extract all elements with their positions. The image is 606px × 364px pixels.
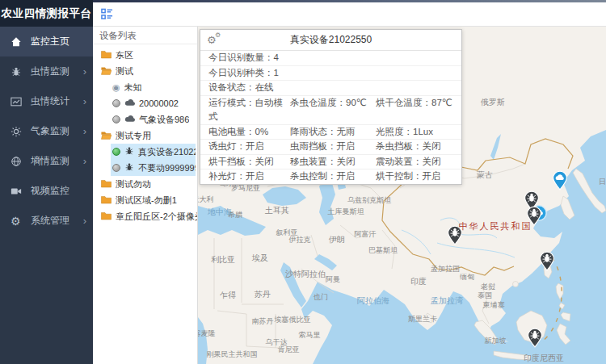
chart-icon xyxy=(11,96,23,107)
globe-icon xyxy=(11,156,23,167)
sidebar-item-label: 气象监测 xyxy=(31,124,69,138)
popup-stat-row: 运行模式：自动模式 杀虫仓温度：90℃ 烘干仓温度：87℃ xyxy=(200,96,461,125)
sidebar: 农业四情测报平台 监控主页 虫情监测 › 虫情统计 › 气象监测 xyxy=(0,0,93,364)
device-info-popup: ⚙ ⚙ 真实设备21022550 今日识别数量：4 今日识别种类：1 设备状态：… xyxy=(200,29,462,185)
offline-status-dot xyxy=(112,115,120,123)
sidebar-item-soil-monitor[interactable]: 墒情监测 › xyxy=(0,146,93,176)
sidebar-item-label: 虫情监测 xyxy=(31,65,69,78)
insect-device-pin[interactable] xyxy=(528,328,543,351)
chevron-right-icon: › xyxy=(83,215,86,227)
sidebar-item-label: 虫情统计 xyxy=(31,94,69,108)
home-icon xyxy=(11,36,23,48)
sidebar-item-label: 监控主页 xyxy=(31,35,69,48)
app-title: 农业四情测报平台 xyxy=(0,0,93,27)
collapse-panel-icon[interactable] xyxy=(101,8,113,20)
device-list-title: 设备列表 xyxy=(93,27,197,44)
tree-item-test-no-move[interactable]: 测试勿动 xyxy=(93,176,197,192)
gear-icon: ⚙ xyxy=(11,215,23,227)
chevron-right-icon: › xyxy=(83,65,86,77)
bug-device-icon xyxy=(124,146,134,157)
popup-stat-row: 补光灯：开启 杀虫控制：开启 烘干控制：开启 xyxy=(200,169,461,184)
video-camera-icon xyxy=(11,186,23,197)
sidebar-item-monitor-home[interactable]: 监控主页 xyxy=(0,27,93,56)
folder-open-icon xyxy=(101,131,112,141)
bug-device-icon xyxy=(124,162,134,174)
sidebar-item-weather-monitor[interactable]: 气象监测 › xyxy=(0,116,93,146)
tree-item-east-area[interactable]: 东区 xyxy=(93,47,197,63)
map-canvas[interactable]: 俄罗斯蒙古哈萨克斯坦乌克兰捷克匈牙利罗马尼亚意大利希腊土耳其乌兹别克斯坦土库曼斯… xyxy=(198,27,606,364)
tree-item-test-special[interactable]: 测试专用 xyxy=(93,128,197,144)
sidebar-item-system-manage[interactable]: ⚙ 系统管理 › xyxy=(0,206,93,236)
folder-icon xyxy=(101,195,112,206)
sun-icon xyxy=(11,126,23,137)
cloud-device-icon xyxy=(124,98,135,108)
popup-header: ⚙ ⚙ 真实设备21022550 xyxy=(200,30,461,51)
popup-title: 真实设备21022550 xyxy=(225,33,437,47)
sidebar-item-video-monitor[interactable]: 视频监控 xyxy=(0,176,93,206)
chevron-right-icon: › xyxy=(83,155,86,167)
folder-icon xyxy=(101,50,112,61)
tree-item-test[interactable]: 测试 xyxy=(93,63,197,79)
tree-item-real-device-21022550[interactable]: 真实设备21022550 xyxy=(111,144,196,160)
sidebar-item-insect-monitor[interactable]: 虫情监测 › xyxy=(0,56,93,86)
tree-item-weather-986[interactable]: 气象设备986 xyxy=(93,111,197,128)
tree-item-20000002[interactable]: 20000002 xyxy=(93,95,197,111)
insect-device-pin[interactable] xyxy=(540,251,555,274)
cloud-device-icon xyxy=(124,115,135,124)
weather-device-pin[interactable] xyxy=(553,170,568,194)
offline-status-dot xyxy=(112,164,120,172)
folder-open-icon xyxy=(101,66,112,77)
insect-device-pin[interactable] xyxy=(527,206,542,229)
toolbar xyxy=(93,2,606,27)
tree-item-zhangqiu-cameras[interactable]: 章丘阳丘区-2个摄像头 xyxy=(93,208,197,224)
tree-item-dont-touch-99999999[interactable]: 不要动99999999 xyxy=(111,160,196,176)
folder-icon xyxy=(101,211,112,222)
chevron-right-icon: › xyxy=(83,95,86,107)
sidebar-item-insect-stats[interactable]: 虫情统计 › xyxy=(0,86,93,116)
folder-icon xyxy=(101,179,112,190)
bug-icon xyxy=(11,66,23,77)
offline-status-dot xyxy=(112,99,120,107)
today-count-row: 今日识别数量：4 xyxy=(200,51,461,66)
today-species-row: 今日识别种类：1 xyxy=(200,66,461,82)
popup-stat-row: 诱虫灯：开启 虫雨挡板：开启 杀虫挡板：关闭 xyxy=(200,140,461,155)
sidebar-item-label: 视频监控 xyxy=(31,184,69,198)
radio-target-icon: ◉ xyxy=(112,83,120,92)
device-tree: 东区 测试 ◉ 未知 20000002 xyxy=(93,44,197,224)
insect-device-pin[interactable] xyxy=(448,225,463,249)
popup-stat-row: 烘干挡板：关闭 移虫装置：关闭 震动装置：关闭 xyxy=(200,155,461,170)
sidebar-item-label: 墒情监测 xyxy=(31,154,69,168)
online-status-dot xyxy=(112,148,120,156)
tree-item-test-region[interactable]: 测试区域-勿删1 xyxy=(93,192,197,208)
tree-item-unknown[interactable]: ◉ 未知 xyxy=(93,79,197,95)
sidebar-item-label: 系统管理 xyxy=(31,214,69,228)
device-status-row: 设备状态：在线 xyxy=(200,81,461,96)
app-window: 农业四情测报平台 监控主页 虫情监测 › 虫情统计 › 气象监测 xyxy=(0,0,606,364)
settings-gears-icon[interactable]: ⚙ ⚙ xyxy=(207,35,225,45)
chevron-right-icon: › xyxy=(83,125,86,137)
popup-stat-row: 电池电量：0% 降雨状态：无雨 光照度：1Lux xyxy=(200,125,461,140)
device-list-panel: 设备列表 东区 测试 ◉ 未知 xyxy=(93,27,198,364)
